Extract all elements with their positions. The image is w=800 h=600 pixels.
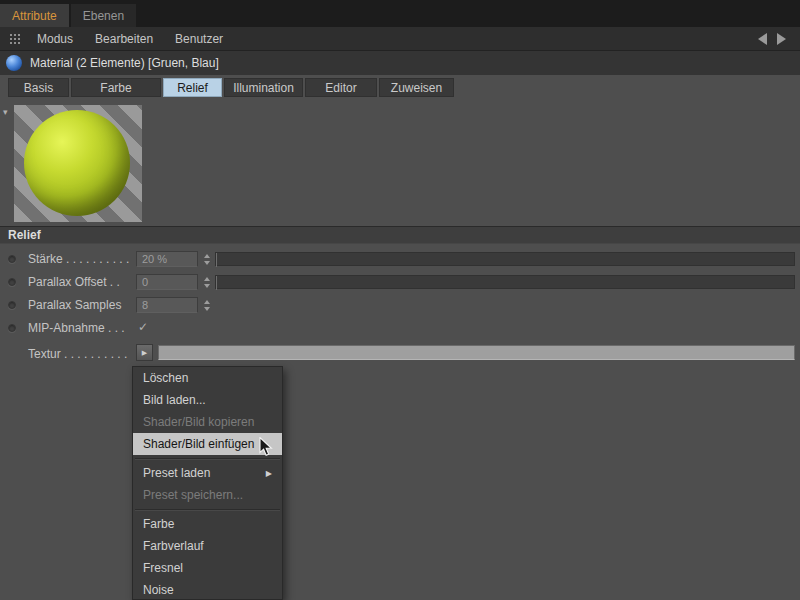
history-forward-icon[interactable] <box>777 33 786 45</box>
textur-label: Textur . . . . . . . . . . <box>28 347 127 361</box>
menu-separator <box>133 506 282 513</box>
menu-bar: Modus Bearbeiten Benutzer <box>0 27 800 50</box>
staerke-slider[interactable] <box>215 252 795 266</box>
tab-relief[interactable]: Relief <box>163 78 222 97</box>
slider-fill <box>216 276 217 290</box>
menu-item-label: Preset laden <box>143 466 210 480</box>
menu-item-loeschen[interactable]: Löschen <box>133 367 282 389</box>
staerke-stepper[interactable] <box>201 251 212 267</box>
title-bar: Material (2 Elemente) [Gruen, Blau] <box>0 50 800 75</box>
mouse-cursor-icon <box>259 437 273 460</box>
material-sphere-icon <box>6 55 22 71</box>
menu-item-shader-bild-kopieren: Shader/Bild kopieren <box>133 411 282 433</box>
parallax-offset-label: Parallax Offset . . <box>28 275 120 289</box>
anim-toggle-icon[interactable] <box>8 301 16 309</box>
menu-modus[interactable]: Modus <box>26 32 84 46</box>
material-preview-sphere <box>24 110 130 216</box>
history-nav <box>758 33 800 45</box>
row-parallax-offset: Parallax Offset . . 0 <box>0 271 800 294</box>
submenu-arrow-icon: ▶ <box>266 469 272 478</box>
menu-item-farbverlauf[interactable]: Farbverlauf <box>133 535 282 557</box>
tab-basis[interactable]: Basis <box>8 78 69 97</box>
staerke-input[interactable]: 20 % <box>136 251 198 267</box>
row-textur: Textur . . . . . . . . . . ▶ <box>0 343 800 365</box>
step-down-icon[interactable] <box>204 284 210 288</box>
textur-menu-button[interactable]: ▶ <box>136 344 153 361</box>
parallax-offset-stepper[interactable] <box>201 274 212 290</box>
tab-illumination[interactable]: Illumination <box>224 78 303 97</box>
menu-bearbeiten[interactable]: Bearbeiten <box>84 32 164 46</box>
anim-toggle-icon[interactable] <box>8 278 16 286</box>
step-down-icon[interactable] <box>204 307 210 311</box>
preview-disclosure-icon[interactable]: ▾ <box>3 107 8 117</box>
parallax-samples-stepper[interactable] <box>201 297 212 313</box>
anim-toggle-icon[interactable] <box>8 324 16 332</box>
row-mip-abnahme: MIP-Abnahme . . . ✓ <box>0 317 800 340</box>
panel-grid-icon[interactable] <box>10 34 12 36</box>
material-channel-tabs: Basis Farbe Relief Illumination Editor Z… <box>0 75 800 100</box>
menu-item-farbe[interactable]: Farbe <box>133 513 282 535</box>
panel-title: Material (2 Elemente) [Gruen, Blau] <box>30 56 219 70</box>
texture-context-menu: Löschen Bild laden... Shader/Bild kopier… <box>132 366 283 600</box>
relief-section-header: Relief <box>0 226 800 244</box>
menu-item-preset-speichern: Preset speichern... <box>133 484 282 506</box>
relief-section-title: Relief <box>8 228 41 242</box>
parallax-samples-input[interactable]: 8 <box>136 297 198 313</box>
parallax-offset-slider[interactable] <box>215 275 795 289</box>
parameter-list: Stärke . . . . . . . . . . 20 % Parallax… <box>0 248 800 340</box>
menu-item-noise[interactable]: Noise <box>133 579 282 600</box>
menu-benutzer[interactable]: Benutzer <box>164 32 234 46</box>
row-parallax-samples: Parallax Samples 8 <box>0 294 800 317</box>
attribute-manager-panel: Attribute Ebenen Modus Bearbeiten Benutz… <box>0 0 800 600</box>
mip-abnahme-label: MIP-Abnahme . . . <box>28 321 125 335</box>
step-up-icon[interactable] <box>204 254 210 258</box>
menu-item-bild-laden[interactable]: Bild laden... <box>133 389 282 411</box>
mip-abnahme-checkbox[interactable]: ✓ <box>138 320 148 334</box>
top-tab-bar: Attribute Ebenen <box>0 0 800 27</box>
tab-editor[interactable]: Editor <box>305 78 377 97</box>
staerke-label: Stärke . . . . . . . . . . <box>28 252 129 266</box>
step-up-icon[interactable] <box>204 300 210 304</box>
step-down-icon[interactable] <box>204 261 210 265</box>
menu-item-fresnel[interactable]: Fresnel <box>133 557 282 579</box>
menu-item-preset-laden[interactable]: Preset laden ▶ <box>133 462 282 484</box>
step-up-icon[interactable] <box>204 277 210 281</box>
parallax-samples-label: Parallax Samples <box>28 298 121 312</box>
parallax-offset-input[interactable]: 0 <box>136 274 198 290</box>
tab-ebenen[interactable]: Ebenen <box>71 4 136 27</box>
anim-toggle-icon[interactable] <box>8 255 16 263</box>
slider-fill <box>216 253 217 267</box>
tab-attribute[interactable]: Attribute <box>0 4 69 27</box>
material-preview[interactable] <box>14 105 142 222</box>
textur-field[interactable] <box>158 345 795 360</box>
history-back-icon[interactable] <box>758 33 767 45</box>
row-staerke: Stärke . . . . . . . . . . 20 % <box>0 248 800 271</box>
tab-farbe[interactable]: Farbe <box>71 78 161 97</box>
tab-zuweisen[interactable]: Zuweisen <box>379 78 454 97</box>
